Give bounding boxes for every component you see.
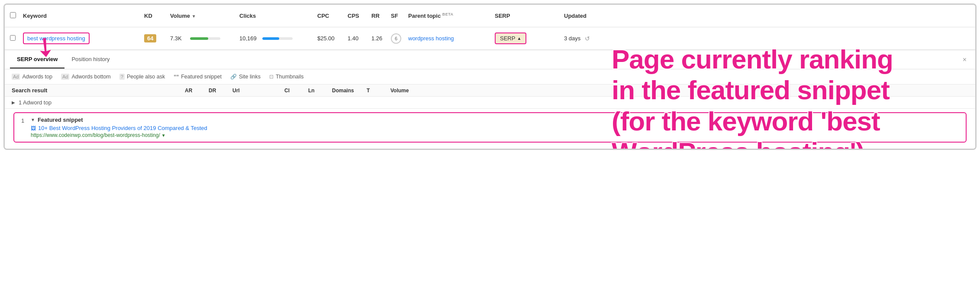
- rh-domains: Domains: [332, 88, 367, 94]
- clicks-bar-bg: [262, 37, 293, 40]
- col-header-keyword: Keyword: [23, 13, 144, 19]
- rh-cl: Cl: [284, 88, 308, 94]
- keyword-value: best wordpress hosting: [23, 32, 90, 44]
- col-header-serp: SERP: [495, 13, 564, 19]
- select-all-checkbox[interactable]: [10, 12, 16, 18]
- col-header-sf: SF: [391, 13, 408, 19]
- main-container: Keyword KD Volume ▼ Clicks CPC CPS RR SF…: [3, 3, 977, 150]
- col-header-cps: CPS: [348, 13, 371, 19]
- keyword-cell-wrapper: best wordpress hosting: [23, 32, 144, 44]
- featured-snippet-wrapper: 1 ▼ Featured snippet 🖼 10+ Best WordPres…: [5, 109, 975, 149]
- clicks-cell: 10,169: [239, 35, 317, 42]
- adword-row: ▶ 1 Adword top: [12, 99, 968, 106]
- row-number: 1: [21, 117, 27, 124]
- volume-bar-fill: [190, 37, 208, 40]
- serp-tabs: SERP overview Position history ×: [5, 50, 975, 69]
- adword-label: 1 Adword top: [19, 99, 52, 106]
- sf-value: 6: [391, 33, 401, 44]
- tab-position-history[interactable]: Position history: [64, 51, 116, 68]
- rh-ln: Ln: [308, 88, 332, 94]
- col-header-kd: KD: [144, 13, 170, 19]
- kd-badge: 64: [144, 34, 156, 42]
- header-checkbox-cell[interactable]: [10, 12, 23, 20]
- serp-panel: SERP overview Position history × Ad Adwo…: [5, 50, 975, 149]
- results-header: Search result AR DR Url Cl Ln Domains T …: [5, 84, 975, 97]
- refresh-icon[interactable]: ↺: [585, 35, 590, 42]
- volume-bar-bg: [190, 37, 220, 40]
- rh-ar: AR: [185, 88, 209, 94]
- filter-people-also-ask[interactable]: ? People also ask: [119, 74, 165, 80]
- clicks-bar-fill: [262, 37, 279, 40]
- filter-site-links[interactable]: 🔗 Site links: [230, 74, 261, 80]
- filter-bar: Ad Adwords top Ad Adwords bottom ? Peopl…: [5, 69, 975, 84]
- filter-thumbnails[interactable]: ⊡ Thumbnails: [269, 74, 304, 80]
- kd-cell: 64: [144, 34, 170, 42]
- table-header: Keyword KD Volume ▼ Clicks CPC CPS RR SF…: [5, 5, 975, 27]
- ad-icon-bottom: Ad: [61, 74, 69, 80]
- filter-adwords-top[interactable]: Ad Adwords top: [12, 74, 52, 80]
- question-icon: ?: [119, 74, 125, 80]
- featured-label: Featured snippet: [38, 117, 83, 123]
- row-checkbox-cell[interactable]: [10, 35, 23, 42]
- featured-content: ▼ Featured snippet 🖼 10+ Best WordPress …: [31, 117, 959, 138]
- clicks-value: 10,169: [239, 35, 259, 42]
- volume-value: 7.3K: [170, 35, 187, 42]
- cps-cell: 1.40: [348, 35, 371, 42]
- col-header-updated: Updated: [564, 13, 970, 19]
- result-url: https://www.codeinwp.com/blog/best-wordp…: [31, 132, 959, 138]
- adword-section: ▶ 1 Adword top: [5, 97, 975, 109]
- rh-search-result: Search result: [12, 87, 185, 94]
- featured-snippet-icon: ❝❝: [174, 74, 179, 80]
- serp-cell[interactable]: SERP ▲: [495, 32, 564, 44]
- updated-cell: 3 days ↺: [564, 35, 970, 42]
- beta-badge: BETA: [442, 12, 454, 16]
- featured-title-row: ▼ Featured snippet: [31, 117, 959, 123]
- rh-t: T: [367, 88, 390, 94]
- close-button[interactable]: ×: [959, 54, 970, 65]
- featured-expand-arrow[interactable]: ▼: [31, 117, 35, 122]
- col-header-parent-topic: Parent topic BETA: [408, 12, 495, 19]
- cpc-cell: $25.00: [317, 35, 348, 42]
- parent-topic-cell[interactable]: wordpress hosting: [408, 35, 495, 42]
- serp-tabs-left: SERP overview Position history: [10, 51, 117, 68]
- site-links-icon: 🔗: [230, 74, 237, 80]
- rh-url: Url: [232, 88, 284, 94]
- col-header-volume[interactable]: Volume ▼: [170, 13, 239, 19]
- rh-volume: Volume: [390, 88, 968, 94]
- filter-adwords-bottom[interactable]: Ad Adwords bottom: [61, 74, 111, 80]
- table-row: best wordpress hosting 64 7.3K 10,169 $2…: [5, 27, 975, 50]
- volume-cell: 7.3K: [170, 35, 239, 42]
- col-header-clicks: Clicks: [239, 13, 317, 19]
- thumbnails-icon: ⊡: [269, 74, 274, 80]
- serp-button[interactable]: SERP ▲: [495, 32, 526, 44]
- result-link[interactable]: 🖼 10+ Best WordPress Hosting Providers o…: [31, 125, 959, 131]
- sf-cell: 6: [391, 33, 408, 44]
- col-header-rr: RR: [371, 13, 391, 19]
- col-header-cpc: CPC: [317, 13, 348, 19]
- adword-expand-arrow[interactable]: ▶: [12, 100, 15, 105]
- row-checkbox[interactable]: [10, 35, 16, 41]
- page-icon: 🖼: [31, 125, 36, 131]
- featured-row: 1 ▼ Featured snippet 🖼 10+ Best WordPres…: [21, 117, 959, 138]
- ad-icon-top: Ad: [12, 74, 20, 80]
- volume-sort-arrow: ▼: [192, 14, 196, 19]
- filter-featured-snippet[interactable]: ❝❝ Featured snippet: [174, 74, 222, 80]
- tab-serp-overview[interactable]: SERP overview: [10, 51, 64, 68]
- rh-dr: DR: [209, 88, 232, 94]
- url-dropdown-arrow[interactable]: ▼: [161, 133, 166, 138]
- serp-button-arrow: ▲: [517, 36, 521, 41]
- rr-cell: 1.26: [371, 35, 391, 42]
- result-link-text: 10+ Best WordPress Hosting Providers of …: [38, 125, 207, 131]
- featured-snippet-section: 1 ▼ Featured snippet 🖼 10+ Best WordPres…: [13, 112, 967, 143]
